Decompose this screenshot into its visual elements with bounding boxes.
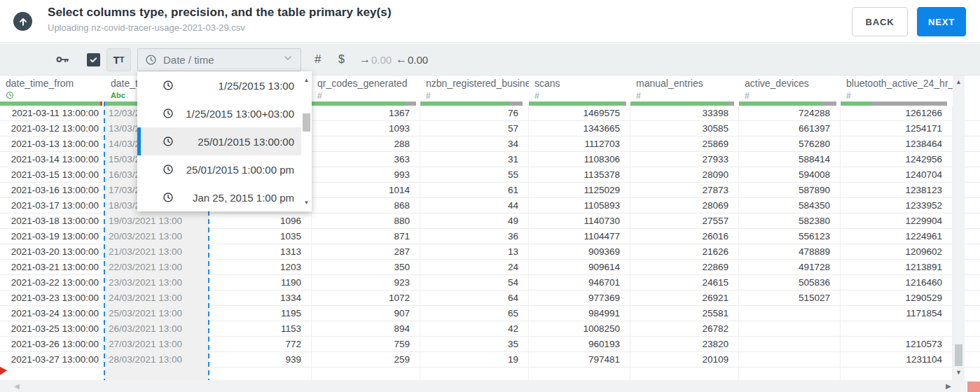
cell[interactable]: 1343665	[529, 121, 630, 136]
cell[interactable]: 49	[420, 214, 529, 229]
cell[interactable]: 19	[420, 352, 529, 368]
cell[interactable]: 1313	[209, 244, 312, 260]
cell[interactable]: 23820	[630, 337, 739, 352]
vertical-scrollbar-thumb[interactable]	[955, 344, 962, 366]
cell[interactable]: 28069	[630, 198, 739, 214]
cell[interactable]: 1210573	[841, 337, 953, 352]
cell[interactable]: 1014	[312, 183, 420, 198]
cell[interactable]: 1224961	[841, 229, 953, 244]
cell[interactable]: 22869	[630, 260, 739, 275]
cell[interactable]: 2021-03-25 13:00:00	[0, 321, 105, 337]
cell[interactable]: 1035	[209, 229, 312, 244]
cell[interactable]: 1104477	[529, 229, 630, 244]
cell[interactable]: 26921	[630, 290, 739, 306]
cell[interactable]: 27873	[630, 183, 739, 198]
cell[interactable]: 1072	[312, 290, 420, 306]
cell[interactable]	[841, 321, 953, 337]
cell[interactable]: 2021-03-16 13:00:00	[0, 183, 105, 198]
cell[interactable]: 1203	[209, 260, 312, 275]
cell[interactable]: 287	[312, 244, 420, 260]
column-header-manual_entries[interactable]: manual_entries#	[630, 76, 739, 102]
cell[interactable]: 587890	[739, 183, 841, 198]
decrease-decimals-button[interactable]: →0.00	[359, 43, 392, 76]
column-header-nzbn_registered_busine[interactable]: nzbn_registered_busine#	[420, 76, 529, 102]
text-type-button[interactable]: TT	[106, 43, 131, 76]
cell[interactable]: 2021-03-14 13:00:00	[0, 152, 105, 167]
cell[interactable]	[841, 368, 953, 380]
cell[interactable]	[739, 321, 841, 337]
cell[interactable]	[105, 368, 209, 380]
scroll-right-icon[interactable]: ▶	[946, 381, 951, 391]
cell[interactable]: 515027	[739, 290, 841, 306]
cell[interactable]: 27933	[630, 152, 739, 167]
cell[interactable]: 65	[420, 306, 529, 321]
cell[interactable]	[529, 368, 630, 380]
scroll-down-icon[interactable]: ▼	[301, 200, 312, 206]
cell[interactable]: 28090	[630, 167, 739, 183]
cell[interactable]: 259	[312, 352, 420, 368]
cell[interactable]: 2021-03-20 13:00:00	[0, 244, 105, 260]
date-format-option[interactable]: 1/25/2015 13:00+03:00	[137, 99, 301, 127]
cell[interactable]: 44	[420, 198, 529, 214]
cell[interactable]: 24615	[630, 275, 739, 290]
cell[interactable]	[420, 368, 529, 380]
number-type-button[interactable]: #	[315, 43, 321, 76]
cell[interactable]: 21/03/2021 13:00	[105, 244, 209, 260]
scroll-up-icon[interactable]: ▲	[953, 78, 965, 85]
increase-decimals-button[interactable]: ←0.00	[396, 43, 428, 76]
cell[interactable]: 993	[312, 167, 420, 183]
cell[interactable]: 2021-03-12 13:00:00	[0, 121, 105, 136]
cell[interactable]: 13	[420, 244, 529, 260]
cell[interactable]: 25/03/2021 13:00	[105, 306, 209, 321]
scroll-down-icon[interactable]: ▼	[953, 369, 965, 376]
cell[interactable]: 20109	[630, 352, 739, 368]
cell[interactable]: 363	[312, 152, 420, 167]
cell[interactable]: 27557	[630, 214, 739, 229]
cell[interactable]: 1233952	[841, 198, 953, 214]
cell[interactable]: 1290529	[841, 290, 953, 306]
column-header-qr_codes_generated[interactable]: qr_codes_generated#	[312, 76, 420, 102]
cell[interactable]: 909614	[529, 260, 630, 275]
cell[interactable]: 584350	[739, 198, 841, 214]
cell[interactable]: 939	[209, 352, 312, 368]
cell[interactable]: 1153	[209, 321, 312, 337]
next-button[interactable]: NEXT	[917, 7, 966, 36]
currency-type-button[interactable]: $	[338, 43, 345, 76]
cell[interactable]: 23/03/2021 13:00	[105, 275, 209, 290]
cell[interactable]: 350	[312, 260, 420, 275]
column-header-date_time_from[interactable]: date_time_from	[0, 76, 105, 102]
cell[interactable]: 26/03/2021 13:00	[105, 321, 209, 337]
cell[interactable]: 1213891	[841, 260, 953, 275]
back-button[interactable]: BACK	[852, 7, 908, 36]
cell[interactable]: 960193	[529, 337, 630, 352]
date-format-option[interactable]: 25/01/2015 1:00:00 pm	[137, 155, 301, 183]
cell[interactable]: 1238123	[841, 183, 953, 198]
cell[interactable]: 2021-03-23 13:00:00	[0, 290, 105, 306]
cell[interactable]: 576280	[739, 136, 841, 152]
horizontal-scrollbar[interactable]: ◀ ▶	[0, 380, 967, 392]
cell[interactable]: 2021-03-26 13:00:00	[0, 337, 105, 352]
cell[interactable]: 582380	[739, 214, 841, 229]
cell[interactable]: 880	[312, 214, 420, 229]
cell[interactable]: 57	[420, 121, 529, 136]
cell[interactable]: 24	[420, 260, 529, 275]
cell[interactable]: 1125029	[529, 183, 630, 198]
cell[interactable]: 588414	[739, 152, 841, 167]
cell[interactable]: 2021-03-27 13:00:00	[0, 352, 105, 368]
cell[interactable]: 25581	[630, 306, 739, 321]
cell[interactable]: 868	[312, 198, 420, 214]
scroll-up-icon[interactable]: ▲	[301, 77, 312, 83]
cell[interactable]: 894	[312, 321, 420, 337]
cell[interactable]: 2021-03-22 13:00:00	[0, 275, 105, 290]
scroll-left-icon[interactable]: ◀	[14, 381, 20, 391]
cell[interactable]: 64	[420, 290, 529, 306]
cell[interactable]: 724288	[739, 106, 841, 121]
cell[interactable]: 1096	[209, 214, 312, 229]
cell[interactable]: 26016	[630, 229, 739, 244]
cell[interactable]: 2021-03-17 13:00:00	[0, 198, 105, 214]
cell[interactable]: 2021-03-21 13:00:00	[0, 260, 105, 275]
cell[interactable]: 871	[312, 229, 420, 244]
cell[interactable]: 478889	[739, 244, 841, 260]
cell[interactable]: 34	[420, 136, 529, 152]
cell[interactable]: 2021-03-19 13:00:00	[0, 229, 105, 244]
